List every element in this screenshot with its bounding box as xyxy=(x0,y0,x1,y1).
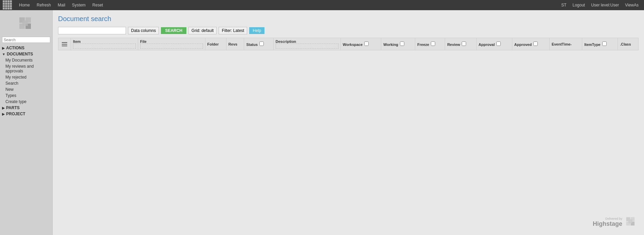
col-item-filter[interactable] xyxy=(73,44,136,49)
col-header-approved: Approved xyxy=(512,38,549,50)
col-working-checkbox[interactable] xyxy=(400,41,404,46)
sidebar-item-my-reviews[interactable]: My reviews and approvals xyxy=(0,63,52,74)
data-columns-button[interactable]: Data columns xyxy=(128,27,159,34)
user-level: User level:User xyxy=(591,3,619,7)
col-header-folder: Folder xyxy=(205,38,226,50)
page-title: Document search xyxy=(58,15,639,23)
col-review-checkbox[interactable] xyxy=(462,41,466,46)
col-status-checkbox[interactable] xyxy=(259,41,264,46)
col-file-filter[interactable] xyxy=(140,44,203,49)
home-button[interactable]: Home xyxy=(16,2,33,8)
col-header-status: Status xyxy=(244,38,273,50)
sidebar-item-my-documents[interactable]: My Documents xyxy=(0,57,52,63)
sidebar-item-my-rejected[interactable]: My rejected xyxy=(0,74,52,80)
col-header-eventtime: EventTime- xyxy=(549,38,582,50)
documents-group-label: DOCUMENTS xyxy=(7,52,33,56)
col-header-approval: Approval xyxy=(476,38,512,50)
svg-rect-4 xyxy=(22,20,28,26)
sidebar-item-create-type[interactable]: Create type xyxy=(0,99,52,105)
col-description-filter[interactable] xyxy=(276,44,338,49)
brand-name-label: Highstage xyxy=(593,220,622,228)
system-button[interactable]: System xyxy=(69,2,88,8)
parts-group-label: PARTS xyxy=(6,105,20,110)
app-grid-icon[interactable] xyxy=(3,0,12,10)
project-group-label: PROJECT xyxy=(6,112,25,116)
viewas-button[interactable]: ViewAs xyxy=(622,2,641,8)
actions-group-label: ACTIONS xyxy=(6,46,24,50)
search-bar: Data columns SEARCH Grid: default Filter… xyxy=(58,27,639,34)
col-itemtype-checkbox[interactable] xyxy=(602,41,607,46)
logout-button[interactable]: Logout xyxy=(570,2,588,8)
documents-expand-arrow: ▼ xyxy=(2,52,5,56)
help-button[interactable]: Help xyxy=(249,27,264,34)
app-logo xyxy=(18,16,35,33)
grid-default-button[interactable]: Grid: default xyxy=(188,27,217,34)
branding: Delivered by Highstage xyxy=(593,216,637,228)
col-header-item: Item xyxy=(71,38,138,50)
content-area: Document search Data columns SEARCH Grid… xyxy=(53,10,644,235)
col-description-label: Description xyxy=(276,39,338,44)
sidebar-group-parts[interactable]: ▶ PARTS xyxy=(0,105,52,111)
col-header-revs: Revs xyxy=(226,38,244,50)
col-approval-checkbox[interactable] xyxy=(496,41,501,46)
col-header-class: .Class xyxy=(618,38,639,50)
col-file-label: File xyxy=(140,39,203,44)
document-table: Item File Folder Revs Status Description xyxy=(58,38,639,50)
col-header-review: Review xyxy=(445,38,476,50)
parts-expand-arrow: ▶ xyxy=(2,106,5,110)
sidebar-search-input[interactable] xyxy=(2,37,50,43)
col-header-working: Working xyxy=(381,38,415,50)
doc-search-input[interactable] xyxy=(58,27,126,34)
search-button[interactable]: SEARCH xyxy=(161,27,186,34)
col-approved-checkbox[interactable] xyxy=(533,41,538,46)
filter-latest-button[interactable]: Filter: Latest xyxy=(219,27,247,34)
delivered-by-label: Delivered by xyxy=(593,217,622,220)
sidebar-item-types[interactable]: Types xyxy=(0,93,52,99)
main-layout: ▶ ACTIONS ▼ DOCUMENTS My Documents My re… xyxy=(0,10,644,235)
sidebar: ▶ ACTIONS ▼ DOCUMENTS My Documents My re… xyxy=(0,10,53,235)
project-expand-arrow: ▶ xyxy=(2,112,5,116)
col-freeze-checkbox[interactable] xyxy=(431,41,435,46)
sidebar-group-documents[interactable]: ▼ DOCUMENTS xyxy=(0,51,52,57)
col-header-freeze: Freeze xyxy=(415,38,445,50)
top-nav: Home Refresh Mail System Reset ST Logout… xyxy=(0,0,644,10)
sidebar-group-actions[interactable]: ▶ ACTIONS xyxy=(0,45,52,51)
branding-logo-icon xyxy=(625,216,637,228)
mail-button[interactable]: Mail xyxy=(55,2,68,8)
col-header-description: Description xyxy=(273,38,341,50)
col-header-workspace: Workspace xyxy=(341,38,381,50)
reset-button[interactable]: Reset xyxy=(90,2,106,8)
col-header-file: File xyxy=(138,38,205,50)
col-workspace-checkbox[interactable] xyxy=(364,41,369,46)
actions-expand-arrow: ▶ xyxy=(2,46,5,50)
refresh-button[interactable]: Refresh xyxy=(34,2,54,8)
sidebar-group-project[interactable]: ▶ PROJECT xyxy=(0,111,52,117)
sidebar-item-new[interactable]: New xyxy=(0,86,52,93)
user-code: ST xyxy=(561,3,566,7)
sidebar-item-search[interactable]: Search xyxy=(0,80,52,86)
sidebar-search-container xyxy=(2,37,50,43)
svg-rect-9 xyxy=(628,219,632,223)
col-header-itemtype: ItemType xyxy=(582,38,618,50)
col-hamburger[interactable] xyxy=(58,38,71,50)
col-item-label: Item xyxy=(73,39,136,44)
